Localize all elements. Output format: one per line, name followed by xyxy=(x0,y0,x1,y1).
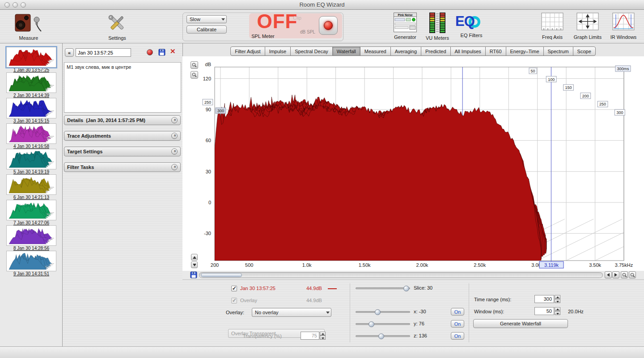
scroll-right-button[interactable] xyxy=(612,271,619,278)
measurement-item-2[interactable]: 2 Jan 30 14:14:39 xyxy=(0,72,63,98)
transparency-field[interactable]: 75 xyxy=(301,332,319,340)
stepper-up-icon[interactable] xyxy=(320,332,326,336)
slider-knob[interactable] xyxy=(403,286,409,291)
stepper-up-icon[interactable] xyxy=(555,295,560,299)
window-label: Window (ms): xyxy=(474,309,504,314)
slider-knob[interactable] xyxy=(369,321,374,327)
tab-impulse[interactable]: Impulse xyxy=(265,46,291,56)
tab-spectral-decay[interactable]: Spectral Decay xyxy=(290,46,333,56)
time-range-stepper[interactable] xyxy=(555,295,560,303)
chevron-expand-icon xyxy=(171,164,178,170)
tab-measured[interactable]: Measured xyxy=(360,46,391,56)
scroll-down-button[interactable] xyxy=(191,261,198,268)
measure-label: Measure xyxy=(9,35,48,41)
transparency-label: Transparency (%) xyxy=(243,333,282,339)
window-stepper[interactable] xyxy=(555,307,560,315)
y-on-button[interactable]: On xyxy=(451,320,464,328)
zoom-x-out-button[interactable] xyxy=(629,271,636,278)
transparency-stepper[interactable] xyxy=(320,332,326,340)
freq-axis-button[interactable]: Freq Axis xyxy=(537,13,568,40)
tab-energy-time[interactable]: Energy–Time xyxy=(506,46,544,56)
tab-rt60[interactable]: RT60 xyxy=(485,46,506,56)
stepper-up-icon[interactable] xyxy=(555,307,560,311)
window-minimize-button[interactable] xyxy=(13,2,18,8)
tab-filter-adjust[interactable]: Filter Adjust xyxy=(230,46,265,56)
svg-text:2.00k: 2.00k xyxy=(416,262,428,268)
delete-measurement-button[interactable] xyxy=(170,47,176,55)
measurement-item-8[interactable]: 8 Jan 30 14:28:56 xyxy=(0,225,63,251)
measurement-item-3[interactable]: 3 Jan 30 14:15:15 xyxy=(0,98,63,123)
record-measurement-button[interactable] xyxy=(147,49,153,55)
tab-spectrum[interactable]: Spectrum xyxy=(543,46,573,56)
calibrate-button[interactable]: Calibrate xyxy=(186,25,227,34)
svg-text:500: 500 xyxy=(245,262,253,268)
tab-all-impulses[interactable]: All Impulses xyxy=(450,46,486,56)
slider-knob[interactable] xyxy=(378,333,384,339)
slider-knob[interactable] xyxy=(375,309,381,315)
zoom-y-in-button[interactable] xyxy=(191,61,198,69)
window-field[interactable]: 50 xyxy=(534,307,554,315)
window-close-button[interactable] xyxy=(4,2,10,8)
generate-waterfall-button[interactable]: Generate Waterfall xyxy=(473,319,568,328)
waterfall-plot[interactable]: dB1209060300-302005001.0k1.50k2.00k2.50k… xyxy=(182,56,644,272)
measurement-item-9[interactable]: 9 Jan 30 14:31:51 xyxy=(0,251,63,276)
section-filter-tasks[interactable]: Filter Tasks xyxy=(64,162,181,172)
section-details[interactable]: Details (Jan 30, 2014 1:57:25 PM) xyxy=(64,115,181,125)
waterfall-chart[interactable]: dB1209060300-302005001.0k1.50k2.00k2.50k… xyxy=(182,56,644,272)
stepper-down-icon[interactable] xyxy=(555,299,560,303)
measurement-item-4[interactable]: 4 Jan 30 14:16:58 xyxy=(0,123,63,149)
y-rotation-slider[interactable] xyxy=(356,323,410,325)
svg-text:0: 0 xyxy=(208,200,211,205)
x-on-button[interactable]: On xyxy=(451,308,464,316)
z-on-button[interactable]: On xyxy=(451,332,464,340)
generator-button[interactable]: Pink Noise Generator xyxy=(390,13,420,40)
tab-waterfall[interactable]: Waterfall xyxy=(332,46,360,56)
scrollbar-thumb[interactable] xyxy=(201,273,242,277)
measurement-thumbnail xyxy=(6,98,56,118)
stepper-down-icon[interactable] xyxy=(320,336,326,340)
measurement-label: 6 Jan 30 14:21:13 xyxy=(0,195,63,200)
tab-averaging[interactable]: Averaging xyxy=(390,46,421,56)
measurement-detail-panel: « M1 звук слева, мик в центре Details (J… xyxy=(63,43,182,346)
overlay-select[interactable]: No overlay xyxy=(252,308,331,317)
section-trace-adjustments[interactable]: Trace Adjustments xyxy=(64,131,181,141)
on-label: On xyxy=(454,321,461,327)
clip-led-button[interactable] xyxy=(319,16,338,35)
collapse-panel-button[interactable]: « xyxy=(65,48,74,57)
zoom-x-in-button[interactable] xyxy=(621,271,628,278)
zoom-y-out-button[interactable] xyxy=(191,71,198,79)
window-zoom-button[interactable] xyxy=(21,2,26,8)
tab-scope[interactable]: Scope xyxy=(573,46,596,56)
vu-meters-button[interactable]: VU Meters xyxy=(423,13,452,41)
measurement-item-6[interactable]: 6 Jan 30 14:21:13 xyxy=(0,174,63,200)
measure-button[interactable]: Measure xyxy=(9,13,48,41)
stepper-down-icon[interactable] xyxy=(555,311,560,315)
ir-windows-button[interactable]: IR Windows xyxy=(607,13,640,40)
x-rotation-slider[interactable] xyxy=(356,311,410,313)
eq-filters-button[interactable]: EQ EQ Filters xyxy=(455,13,487,38)
svg-text:100: 100 xyxy=(548,77,555,82)
measurement-item-1[interactable]: 1 Jan 30 13:57:25 xyxy=(0,47,63,72)
spl-speed-select[interactable]: Slow xyxy=(186,15,227,23)
save-graph-button[interactable] xyxy=(190,271,197,278)
overlay-checkbox[interactable] xyxy=(231,298,237,303)
slice-slider[interactable] xyxy=(356,287,410,289)
svg-text:Pink Noise: Pink Noise xyxy=(398,13,413,17)
scroll-up-button[interactable] xyxy=(191,254,198,261)
horizontal-scrollbar[interactable] xyxy=(199,272,603,278)
measurement-item-7[interactable]: 7 Jan 30 14:27:06 xyxy=(0,200,63,225)
svg-text:3.75kHz: 3.75kHz xyxy=(615,262,633,268)
measurement-notes[interactable]: M1 звук слева, мик в центре xyxy=(64,62,181,113)
save-measurement-button[interactable] xyxy=(158,49,165,56)
settings-button[interactable]: Settings xyxy=(99,13,135,41)
tab-predicted[interactable]: Predicted xyxy=(421,46,450,56)
graph-limits-button[interactable]: Graph Limits xyxy=(572,13,604,40)
measurement-label: 4 Jan 30 14:16:58 xyxy=(0,144,63,149)
measurement-item-5[interactable]: 5 Jan 30 14:19:19 xyxy=(0,149,63,174)
scroll-left-button[interactable] xyxy=(605,271,612,278)
measurement-name-input[interactable] xyxy=(76,48,131,57)
trace-visible-checkbox[interactable] xyxy=(231,286,237,291)
time-range-field[interactable]: 300 xyxy=(534,295,554,303)
z-rotation-slider[interactable] xyxy=(356,335,410,337)
section-target-settings[interactable]: Target Settings xyxy=(64,147,181,156)
